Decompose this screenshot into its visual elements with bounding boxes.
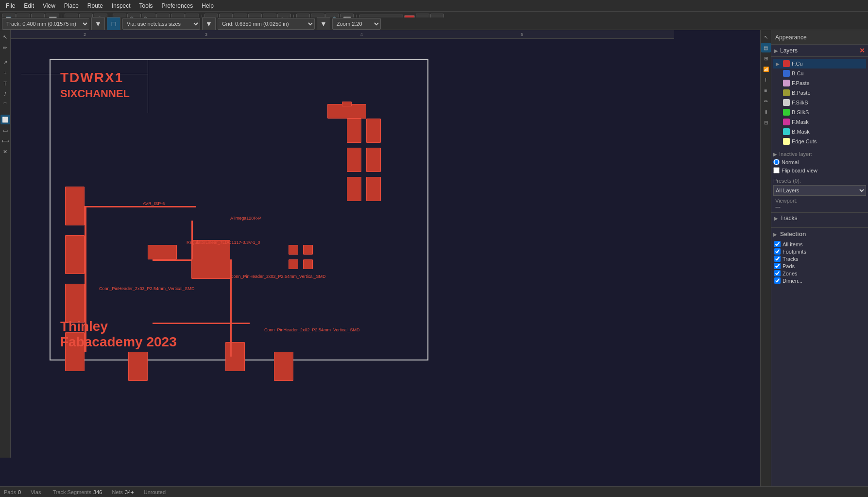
pointer-icon-btn[interactable]: ⬆ xyxy=(761,107,771,117)
menu-place[interactable]: Place xyxy=(60,1,83,10)
menu-tools[interactable]: Tools xyxy=(136,1,157,10)
cursor-icon-btn[interactable]: ↖ xyxy=(761,32,771,42)
sel-all-checkbox[interactable] xyxy=(774,241,781,247)
layer-bmask[interactable]: B.Mask xyxy=(773,127,866,137)
menu-view[interactable]: View xyxy=(39,1,59,10)
layers-expand[interactable]: ▶ xyxy=(774,48,778,53)
track-size-dropdown[interactable]: ▼ xyxy=(91,17,105,31)
cursor-tool[interactable]: ↖ xyxy=(0,32,10,42)
grid-selector[interactable]: Grid: 0.6350 mm (0.0250 in) xyxy=(218,18,315,30)
via-dropdown[interactable]: ▼ xyxy=(202,17,216,31)
pcb-footer: Thinley Fabacademy 2023 xyxy=(60,319,177,350)
layer-name-bsilks: B.SilkS xyxy=(792,109,865,115)
pads-label: Pads xyxy=(4,489,16,495)
layer-fcu[interactable]: ▶ F.Cu xyxy=(773,59,866,69)
sel-zones-label: Zones xyxy=(783,271,798,276)
edit-tool[interactable]: ✏ xyxy=(0,43,10,52)
left-toolbar: ↖ ✏ ↗ + T / ⌒ ⬜ ▭ ⟷ ✕ xyxy=(0,30,11,458)
pencil-icon-btn[interactable]: ✏ xyxy=(761,96,771,106)
pcb-board[interactable]: TDWRX1 SIXCHANNEL xyxy=(50,59,428,360)
comp-conn2 xyxy=(65,235,85,274)
layer-bcu[interactable]: B.Cu xyxy=(773,69,866,78)
annotation-atmega: RegulatorLinear_7LDO1117-3.3V-1_0 xyxy=(187,240,260,245)
sel-pads-checkbox[interactable] xyxy=(774,263,781,269)
inactive-normal-row[interactable]: Normal xyxy=(771,158,868,166)
trace-4 xyxy=(153,259,191,261)
measure-tool[interactable]: ⟷ xyxy=(0,136,10,146)
sel-tracks-checkbox[interactable] xyxy=(774,256,781,262)
presets-dropdown[interactable]: All Layers xyxy=(773,185,866,196)
sel-pads[interactable]: Pads xyxy=(773,262,866,270)
grid-dropdown[interactable]: ▼ xyxy=(317,17,330,31)
add-zone-tool[interactable]: ▭ xyxy=(0,125,10,135)
right-panel: Appearance ▶ Layers ✕ ▶ F.Cu B.Cu F.Past… xyxy=(771,30,868,492)
sel-dimen[interactable]: Dimen... xyxy=(773,277,866,284)
sel-footprints-checkbox[interactable] xyxy=(774,248,781,255)
delete-tool[interactable]: ✕ xyxy=(0,147,10,156)
active-tool[interactable]: ⬜ xyxy=(0,115,10,124)
canvas-area[interactable]: 2 3 4 5 TDWRX1 SIXCHANNEL xyxy=(11,30,674,492)
chart-icon-btn[interactable]: 📶 xyxy=(761,64,771,74)
zoom-selector[interactable]: Zoom 2.20 xyxy=(332,18,381,30)
menu-preferences[interactable]: Preferences xyxy=(158,1,197,10)
layer-name-bcu: B.Cu xyxy=(792,70,865,76)
route-tool[interactable]: ↗ xyxy=(0,57,10,67)
layer-name-fcu: F.Cu xyxy=(792,61,865,67)
inactive-section: ▶ Inactive layer: Normal Flip board view xyxy=(771,150,868,174)
sel-tracks-label: Tracks xyxy=(783,256,799,262)
ruler-mark-4: 4 xyxy=(360,32,363,37)
filter-icon-btn[interactable]: ⊟ xyxy=(761,118,771,127)
layer-bsilks[interactable]: B.SilkS xyxy=(773,107,866,117)
annotation-regulator: AVR_ISP-6 xyxy=(143,201,165,206)
pads-value: 0 xyxy=(18,489,21,495)
sel-zones[interactable]: Zones xyxy=(773,270,866,277)
sel-footprints[interactable]: Footprints xyxy=(773,248,866,255)
inactive-flip-row[interactable]: Flip board view xyxy=(771,166,868,174)
text-icon-btn[interactable]: T xyxy=(761,75,771,85)
layer-fmask[interactable]: F.Mask xyxy=(773,117,866,127)
track-size-selector[interactable]: Track: 0.400 mm (0.01575 in) xyxy=(2,18,89,30)
sel-dimen-checkbox[interactable] xyxy=(774,277,781,284)
add-component-tool[interactable]: + xyxy=(0,68,10,78)
layer-name-bmask: B.Mask xyxy=(792,129,865,135)
track-mode-button[interactable]: □ xyxy=(107,17,120,31)
menu-help[interactable]: Help xyxy=(198,1,218,10)
layer-fpaste[interactable]: F.Paste xyxy=(773,78,866,88)
status-vias: Vias xyxy=(31,489,43,495)
layer-name-fpaste: F.Paste xyxy=(792,80,865,86)
comp-atmega xyxy=(191,240,230,279)
comp-c2 xyxy=(303,245,313,255)
sel-all-items[interactable]: All items xyxy=(773,240,866,248)
ruler-mark-3: 3 xyxy=(205,32,207,37)
layers-icon-btn[interactable]: ▤ xyxy=(761,43,771,52)
comp-conn3 xyxy=(65,284,85,323)
inactive-normal-radio[interactable] xyxy=(773,159,780,165)
tracks-expand[interactable]: ▶ xyxy=(774,216,778,221)
nets-label: Nets xyxy=(112,489,123,495)
layer-bpaste[interactable]: B.Paste xyxy=(773,88,866,98)
add-text-tool[interactable]: T xyxy=(0,79,10,88)
close-layers-button[interactable]: ✕ xyxy=(859,47,865,54)
comp-c4 xyxy=(303,259,313,269)
layers-list: ▶ F.Cu B.Cu F.Paste B.Paste F.SilkS B xyxy=(771,57,868,148)
selection-expand[interactable]: ▶ xyxy=(773,232,777,237)
net-icon-btn[interactable]: ⊞ xyxy=(761,53,771,63)
menu-file[interactable]: File xyxy=(2,1,19,10)
appearance-tab[interactable]: Appearance xyxy=(771,30,868,45)
layer-fsilks[interactable]: F.SilkS xyxy=(773,98,866,107)
menu-edit[interactable]: Edit xyxy=(20,1,38,10)
layer-color-edgecuts xyxy=(783,138,790,145)
add-line-tool[interactable]: / xyxy=(0,89,10,99)
sel-tracks[interactable]: Tracks xyxy=(773,255,866,262)
layer-color-bmask xyxy=(783,128,790,135)
list-icon-btn[interactable]: ≡ xyxy=(761,86,771,95)
appearance-label: Appearance xyxy=(775,34,807,41)
menu-route[interactable]: Route xyxy=(84,1,107,10)
sel-zones-checkbox[interactable] xyxy=(774,270,781,276)
inactive-flip-checkbox[interactable] xyxy=(773,167,780,173)
inactive-expand[interactable]: ▶ xyxy=(773,152,777,157)
layer-edgecuts[interactable]: Edge.Cuts xyxy=(773,137,866,146)
via-size-selector[interactable]: Via: use netclass sizes xyxy=(122,18,200,30)
menu-inspect[interactable]: Inspect xyxy=(108,1,135,10)
add-arc-tool[interactable]: ⌒ xyxy=(0,100,10,110)
